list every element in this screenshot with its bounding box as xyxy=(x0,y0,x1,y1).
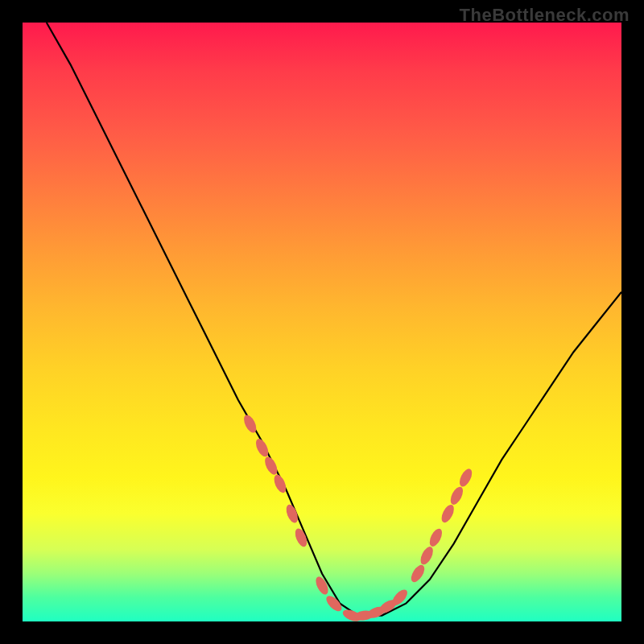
curve-marker xyxy=(448,485,465,506)
curve-marker-group xyxy=(242,413,474,624)
watermark-text: TheBottleneck.com xyxy=(460,5,630,26)
curve-marker xyxy=(439,503,456,525)
curve-marker xyxy=(284,503,300,525)
curve-marker xyxy=(313,575,330,597)
curve-marker xyxy=(457,467,474,489)
curve-marker xyxy=(427,526,444,548)
bottleneck-curve-svg xyxy=(23,23,621,621)
curve-marker xyxy=(418,545,435,567)
bottleneck-curve-path xyxy=(47,23,621,616)
chart-plot-area xyxy=(23,23,621,621)
curve-marker xyxy=(408,563,427,584)
